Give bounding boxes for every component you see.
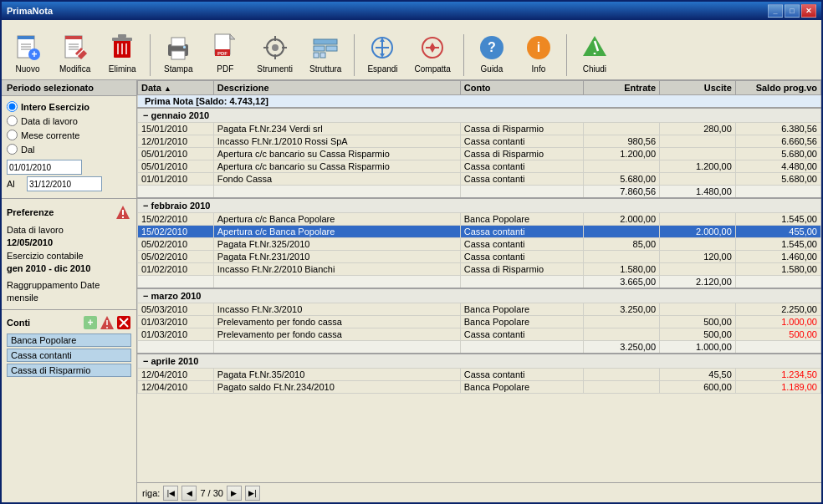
nav-prev-button[interactable]: ◀ [181,486,197,501]
cell-desc: Pagato saldo Ft.Nr.234/2010 [213,381,460,394]
cell-entrate [584,160,660,173]
date-dal-input[interactable] [7,160,82,175]
table-row[interactable]: 05/01/2010 Apertura c/c bancario su Cass… [138,148,821,160]
nav-last-button[interactable]: ▶| [245,486,260,501]
preferenze-section: Preferenze Data di lavoro 12/05/2010 Ese… [2,198,136,309]
table-row[interactable]: 01/01/2010 Fondo Cassa Cassa contanti 5.… [138,173,821,186]
col-saldo[interactable]: Saldo prog.vo [735,81,820,95]
cell-conto: Cassa contanti [460,369,584,381]
table-row[interactable]: 01/02/2010 Incasso Ft.Nr.2/2010 Bianchi … [138,263,821,276]
struttura-label: Struttura [309,64,341,74]
svg-rect-8 [65,36,82,39]
page-total: 30 [213,488,223,498]
svg-marker-46 [430,43,435,47]
nav-first-button[interactable]: |◀ [163,486,178,501]
cell-desc: Prelevamento per fondo cassa [213,328,460,341]
nav-next-button[interactable]: ▶ [227,486,242,501]
svg-text:+: + [31,48,37,60]
stampa-button[interactable]: Stampa [157,30,199,76]
elimina-label: Elimina [109,64,136,74]
cell-conto: Cassa contanti [460,238,584,251]
radio-dal[interactable]: Dal [7,144,131,155]
guida-button[interactable]: ? Guida [471,30,513,76]
separator-1 [150,34,151,76]
separator-4 [566,34,567,76]
col-conto[interactable]: Conto [460,81,584,95]
svg-marker-25 [230,34,235,39]
table-row[interactable]: 05/02/2010 Pagata Ft.Nr.231/2010 Cassa c… [138,251,821,263]
table-row[interactable]: 12/01/2010 Incasso Ft.Nr.1/2010 Rossi Sp… [138,135,821,148]
cell-saldo: 1.545,00 [735,238,820,251]
svg-point-29 [272,44,279,51]
guida-label: Guida [481,64,504,74]
espandi-button[interactable]: Espandi [361,30,403,76]
conti-header: Conti + [7,315,131,330]
radio-intero[interactable]: Intero Esercizio [7,101,131,112]
table-row[interactable]: 15/01/2010 Pagata Ft.Nr.234 Verdi srl Ca… [138,123,821,135]
section-header-1: − febbraio 2010 [138,198,821,213]
info-button[interactable]: i Info [518,30,560,76]
table-row[interactable]: 01/03/2010 Prelevamento per fondo cassa … [138,316,821,328]
table-row[interactable]: 12/04/2010 Pagata Ft.Nr.35/2010 Cassa co… [138,369,821,381]
cell-uscite [660,135,736,148]
conti-delete-icon[interactable] [116,315,131,330]
cell-desc: Pagata Ft.Nr.231/2010 [213,251,460,263]
separator-2 [354,34,355,76]
col-data[interactable]: Data ▲ [138,81,214,95]
strumenti-button[interactable]: Strumenti [251,30,299,76]
cell-saldo: 6.660,56 [735,135,820,148]
table-row[interactable]: 15/02/2010 Apertura c/c Banca Popolare B… [138,213,821,226]
cell-entrate [584,316,660,328]
pdf-button[interactable]: PDF PDF [204,30,246,76]
riga-label: riga: [142,488,160,498]
table-row[interactable]: 05/03/2010 Incasso Ft.Nr.3/2010 Banca Po… [138,303,821,316]
cell-desc: Apertura c/c Banca Popolare [213,226,460,238]
radio-lavoro[interactable]: Data di lavoro [7,115,131,126]
chiudi-button[interactable]: Chiudi [574,30,616,76]
struttura-button[interactable]: Struttura [304,30,347,76]
conto-cassa-risparmio[interactable]: Cassa di Risparmio [7,364,131,377]
cell-entrate [584,123,660,135]
page-current: 7 [200,488,205,498]
conti-edit-icon[interactable] [100,315,115,330]
conti-add-icon[interactable]: + [83,315,98,330]
radio-mese[interactable]: Mese corrente [7,130,131,140]
cell-uscite [660,263,736,276]
elimina-button[interactable]: Elimina [101,30,143,76]
conto-cassa-contanti[interactable]: Cassa contanti [7,349,131,362]
date-al-input[interactable] [27,176,102,191]
bottom-bar: riga: |◀ ◀ 7 / 30 ▶ ▶| [137,482,821,502]
cell-date: 12/01/2010 [138,135,214,148]
table-row[interactable]: 12/04/2010 Pagato saldo Ft.Nr.234/2010 B… [138,381,821,394]
minimize-button[interactable]: _ [768,4,783,18]
section-totals-row: 3.250,00 1.000,00 [138,341,821,354]
conto-banca-popolare[interactable]: Banca Popolare [7,333,131,347]
table-row[interactable]: 15/02/2010 Apertura c/c Banca Popolare C… [138,226,821,238]
table-area[interactable]: Data ▲ Descrizione Conto Entrate Uscite … [137,80,821,482]
raggruppamento-label: Raggruppamento Date mensile [7,279,131,305]
date-al-row: Al [7,176,131,191]
page-info: 7 / 30 [200,488,223,498]
nuovo-button[interactable]: + Nuovo [7,30,49,76]
struttura-icon [310,33,340,63]
total-uscite: 1.480,00 [660,186,736,199]
cell-uscite: 1.200,00 [660,160,736,173]
elimina-icon [107,33,137,63]
cell-desc: Pagata Ft.Nr.325/2010 [213,238,460,251]
esercizio-label: Esercizio contabile [7,250,131,262]
cell-desc: Incasso Ft.Nr.1/2010 Rossi SpA [213,135,460,148]
table-row[interactable]: 01/03/2010 Prelevamento per fondo cassa … [138,328,821,341]
col-entrate[interactable]: Entrate [584,81,660,95]
compatta-button[interactable]: Compatta [409,30,457,76]
maximize-button[interactable]: □ [785,4,800,18]
table-row[interactable]: 05/02/2010 Pagata Ft.Nr.325/2010 Cassa c… [138,238,821,251]
cell-conto: Banca Popolare [460,213,584,226]
modifica-button[interactable]: Modifica [54,30,96,76]
col-uscite[interactable]: Uscite [660,81,736,95]
col-descrizione[interactable]: Descrizione [213,81,460,95]
table-row[interactable]: 05/01/2010 Apertura c/c bancario su Cass… [138,160,821,173]
close-button[interactable]: ✕ [801,4,816,18]
title-bar: PrimaNota _ □ ✕ [2,2,821,20]
pdf-icon: PDF [210,33,240,63]
cell-entrate: 980,56 [584,135,660,148]
